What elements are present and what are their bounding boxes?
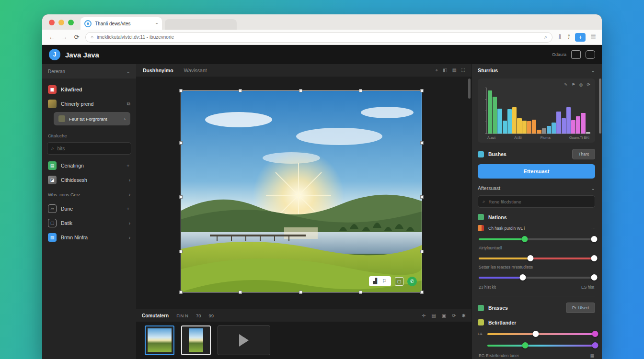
save-icon[interactable]: ▣	[442, 313, 446, 318]
resize-handle[interactable]	[420, 89, 424, 92]
target-icon[interactable]: ◎	[579, 82, 583, 87]
gradient-label: Belirtlander	[488, 320, 516, 325]
sidebar-item-datik[interactable]: ▢ Datik ›	[42, 216, 136, 230]
tab-dashboard[interactable]: Dushhnyimo	[143, 67, 173, 73]
resize-handle[interactable]	[299, 89, 302, 92]
plus-icon[interactable]: ＋	[126, 205, 130, 212]
primary-action-button[interactable]: Ettersuast	[478, 164, 595, 179]
footer-item[interactable]: 99	[209, 313, 214, 318]
canvas[interactable]: ▟ ⚐ ▢ ✆	[136, 77, 472, 309]
tab-audio-icon[interactable]: ⌁	[156, 21, 158, 26]
slider-yellow-red[interactable]	[479, 255, 594, 261]
menu-icon[interactable]: ☰	[590, 34, 596, 41]
maximize-window-button[interactable]	[68, 20, 74, 25]
sidebar-header[interactable]: Dereran ⌄	[42, 64, 136, 79]
resize-handle[interactable]	[420, 141, 424, 145]
url-bar[interactable]: ○ imeklickutalvtvtci.dv:11 - ibuzevnorie…	[85, 32, 552, 43]
sidebar-item-chinerly[interactable]: Chinerly prend ⧉	[42, 97, 136, 111]
sidebar-item-brmn[interactable]: ▨ Brmn Ninfra ›	[42, 230, 136, 245]
more-icon[interactable]: ⋯	[591, 226, 595, 230]
panel-header[interactable]: Sturrius ⌄	[478, 64, 595, 77]
resize-handle[interactable]	[179, 141, 183, 145]
chevron-right-icon: ›	[129, 221, 130, 226]
resize-handle[interactable]	[420, 291, 424, 294]
thumbnail-play[interactable]	[218, 325, 270, 355]
snap-icon[interactable]: ⌖	[435, 67, 438, 73]
settings-icon[interactable]: ✱	[462, 313, 466, 318]
sidebar-search-input[interactable]	[58, 146, 127, 151]
sidebar-header-label: Dereran	[48, 69, 65, 74]
brasses-button[interactable]: Pr. Ulsert	[566, 303, 595, 313]
slider-gradient-warm[interactable]	[487, 330, 595, 337]
resize-handle[interactable]	[239, 291, 242, 294]
resize-handle[interactable]	[359, 89, 362, 92]
resize-handle[interactable]	[179, 250, 183, 253]
downloads-icon[interactable]: ⇩	[557, 34, 563, 41]
selected-photo[interactable]: ▟ ⚐ ▢ ✆	[181, 91, 422, 292]
minimize-window-button[interactable]	[58, 20, 64, 25]
y-tick	[485, 99, 487, 100]
chart-icon[interactable]: ▟	[373, 278, 377, 284]
layout-toggle-left-icon[interactable]	[571, 50, 581, 59]
thumbnail-selected[interactable]	[145, 325, 174, 355]
overlay-pill: ▟ ⚐	[369, 276, 391, 286]
sidebar-item-whscoos[interactable]: Whs. coos Gerz ›	[42, 187, 136, 202]
list-icon[interactable]: ▤	[431, 313, 436, 318]
reset-icon[interactable]: ⟳	[586, 82, 590, 87]
tab-secondary[interactable]: Wavissant	[184, 67, 207, 73]
mute-icon[interactable]: ◧	[443, 67, 447, 73]
refresh-icon[interactable]: ⟳	[452, 313, 456, 318]
browser-tab-active[interactable]: Thanli dews/vtes ⌁	[80, 17, 162, 30]
sidebar-item-cithidesesh[interactable]: ◪ Cithidesesh ›	[42, 173, 136, 187]
resize-handle[interactable]	[179, 89, 183, 92]
reload-icon[interactable]: ⟳	[73, 34, 80, 41]
cut-icon[interactable]: ✛	[422, 313, 426, 318]
sidebar-subitem-selected[interactable]: Feur tut Forgrorant ›	[54, 112, 130, 125]
edit-icon[interactable]: ✎	[564, 82, 568, 87]
sidebar-item-kilwfired[interactable]: ▣ Kilwfired	[42, 82, 136, 97]
slider-green[interactable]	[479, 236, 594, 242]
sidebar-search[interactable]: ⌕	[47, 142, 131, 155]
share-green-icon[interactable]: ✆	[407, 277, 417, 286]
slider-gradient-cool[interactable]	[487, 342, 595, 348]
expand-icon[interactable]: ⧉	[127, 101, 130, 107]
bookmark-icon[interactable]: ▢	[395, 277, 403, 286]
slider-purple[interactable]	[479, 274, 594, 280]
grid-small-icon[interactable]: ▦	[590, 353, 594, 358]
canvas-scrollbar[interactable]	[468, 79, 471, 99]
site-info-icon[interactable]: ○	[91, 34, 93, 40]
browser-tab-inactive[interactable]	[165, 19, 237, 30]
sidebar-item-dune[interactable]: ▱ Dune ＋	[42, 202, 136, 216]
resize-handle[interactable]	[179, 195, 183, 199]
close-window-button[interactable]	[49, 20, 55, 25]
chevron-down-icon[interactable]: ⌄	[591, 186, 595, 191]
flag-icon[interactable]: ⚑	[572, 82, 575, 87]
sidebar-item-ceriafirign[interactable]: ▤ Ceriafirign ＋	[42, 158, 136, 173]
resize-handle[interactable]	[420, 250, 424, 253]
panel-search[interactable]: ⌕	[478, 195, 595, 208]
share-icon[interactable]: ⤴	[567, 34, 571, 41]
plus-icon[interactable]: ＋	[126, 162, 130, 169]
resize-handle[interactable]	[359, 291, 362, 294]
new-tab-button[interactable]: +	[575, 33, 586, 42]
resize-handle[interactable]	[239, 89, 242, 92]
forward-icon[interactable]: →	[60, 34, 68, 41]
resize-handle[interactable]	[420, 195, 424, 199]
chevron-down-icon: ⌄	[591, 68, 595, 73]
panel-search-input[interactable]	[489, 199, 590, 204]
grid-icon[interactable]: ▦	[452, 67, 457, 73]
search-icon[interactable]: ⌕	[544, 34, 547, 40]
fullscreen-icon[interactable]: ⛶	[461, 67, 465, 73]
layout-toggle-right-icon[interactable]	[586, 50, 595, 59]
brasses-label: Brasses	[488, 305, 508, 311]
panel-scrollbar[interactable]	[599, 79, 601, 134]
thumbnail-alt[interactable]	[181, 325, 211, 355]
resize-handle[interactable]	[179, 291, 183, 294]
back-icon[interactable]: ←	[48, 34, 56, 41]
flag-icon[interactable]: ⚐	[382, 278, 387, 284]
footer-item[interactable]: FIN N	[176, 313, 188, 318]
footer-item[interactable]: 70	[196, 313, 201, 318]
histogram-bar	[581, 113, 585, 134]
bushes-button[interactable]: Thant	[572, 149, 595, 159]
resize-handle[interactable]	[299, 291, 302, 294]
